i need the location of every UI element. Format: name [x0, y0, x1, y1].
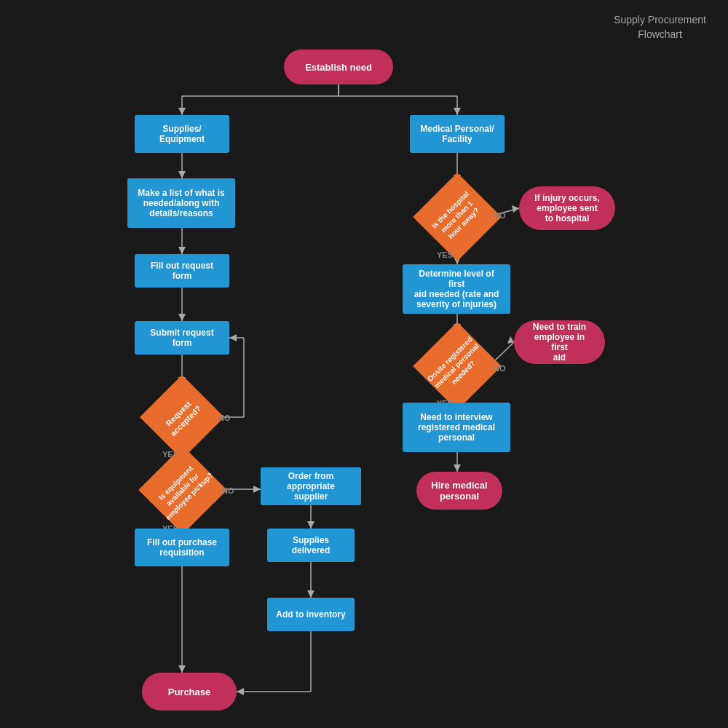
- supplies-equipment-node: Supplies/ Equipment: [135, 115, 229, 153]
- chart-title: Supply ProcurementFlowchart: [614, 13, 706, 41]
- svg-marker-29: [307, 521, 314, 529]
- svg-marker-23: [253, 486, 261, 493]
- connectors-layer: [0, 0, 728, 728]
- purchase-node: Purchase: [142, 673, 237, 711]
- svg-marker-13: [178, 314, 186, 321]
- no-hospital-label: NO: [494, 211, 506, 220]
- svg-marker-38: [512, 205, 519, 213]
- interview-medical-node: Need to interview registered medical per…: [403, 403, 510, 452]
- svg-marker-7: [454, 108, 461, 115]
- no-request-label: NO: [218, 414, 231, 422]
- hospital-away-node: Is the hospitalmore than 1hour away?: [422, 182, 491, 251]
- fill-request-node: Fill out request form: [135, 254, 229, 288]
- yes-hospital-label: YES: [437, 250, 453, 259]
- svg-marker-31: [307, 590, 314, 598]
- no-equipment-label: NO: [222, 486, 234, 495]
- onsite-registered-node: Onsite registeredmedical personalneeded?: [422, 331, 491, 400]
- svg-marker-11: [178, 247, 186, 254]
- hire-medical-node: Hire medical personal: [416, 472, 502, 510]
- order-supplier-node: Order from appropriate supplier: [261, 467, 361, 505]
- determine-level-node: Determine level of first aid needed (rat…: [403, 264, 510, 314]
- svg-marker-48: [454, 464, 461, 472]
- flowchart-canvas: Supply ProcurementFlowchart: [0, 0, 728, 728]
- request-accepted-node: Requestaccepted?: [149, 384, 215, 450]
- svg-marker-3: [178, 108, 186, 115]
- fill-purchase-req-node: Fill out purchase requisition: [135, 529, 229, 566]
- make-list-node: Make a list of what is needed/along with…: [127, 178, 235, 228]
- injury-hospital-node: If injury occurs, employee sent to hospi…: [519, 186, 615, 230]
- svg-marker-34: [237, 688, 244, 695]
- svg-marker-9: [178, 171, 186, 178]
- svg-marker-27: [178, 665, 186, 673]
- add-inventory-node: Add to inventory: [267, 598, 355, 631]
- supplies-delivered-node: Supplies delivered: [267, 529, 355, 562]
- svg-marker-44: [507, 336, 514, 344]
- train-employee-node: Need to train employee in first aid: [514, 320, 605, 364]
- establish-need-node: Establish need: [284, 50, 393, 84]
- medical-facility-node: Medical Personal/ Facility: [410, 115, 505, 153]
- submit-request-node: Submit request form: [135, 321, 229, 355]
- equipment-available-node: Is equipmentavailable foremployee pickup…: [148, 455, 217, 524]
- no-onsite-label: NO: [494, 364, 506, 373]
- svg-marker-19: [229, 334, 237, 341]
